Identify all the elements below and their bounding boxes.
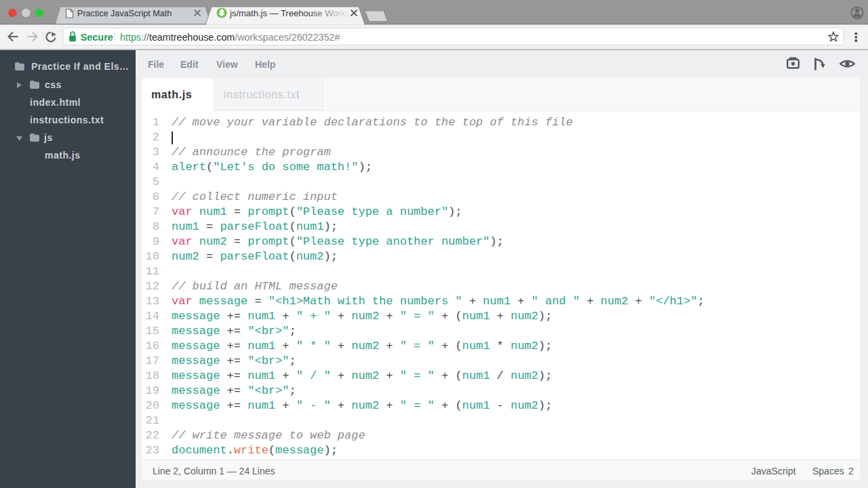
svg-text:js/math.js — Treehouse Works: js/math.js — Treehouse Works [229,8,350,18]
svg-text:Practice JavaScript Math: Practice JavaScript Math [77,9,172,18]
svg-text:https://teamtreehouse.com/work: https://teamtreehouse.com/workspaces/260… [120,32,340,43]
svg-text:Secure: Secure [81,32,113,43]
